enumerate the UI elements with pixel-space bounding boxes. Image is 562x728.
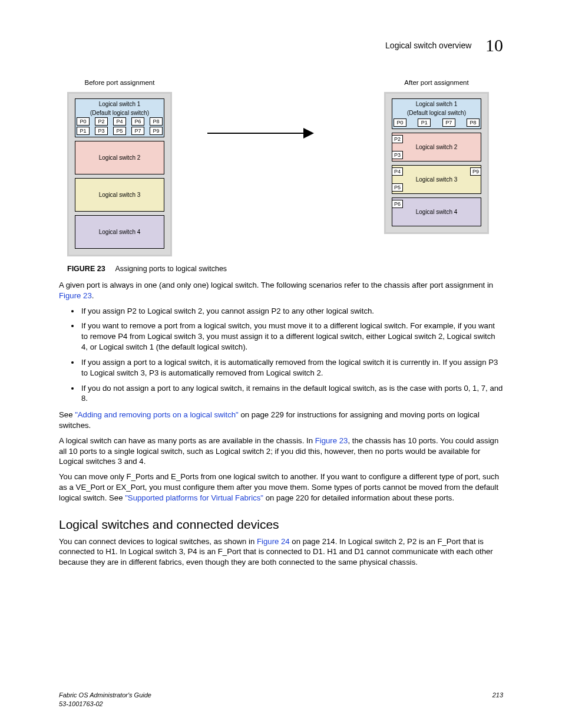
port-p2-a: P2 [392, 135, 403, 143]
port-p3-a: P3 [392, 151, 403, 159]
logical-switch-4-after: P6 Logical switch 4 [392, 197, 481, 226]
footer-doc-number: 53-1001763-02 [59, 700, 151, 708]
sw2-label-a: Logical switch 2 [392, 133, 481, 161]
bullet-4: If you do not assign a port to any logic… [80, 383, 503, 404]
sw1-title-a: Logical switch 1 [75, 99, 164, 108]
section-heading: Logical switches and connected devices [59, 518, 503, 532]
port-p7-a: P7 [442, 118, 455, 127]
figure-caption-label: FIGURE 23 [67, 265, 105, 273]
port-p4-a: P4 [392, 167, 403, 176]
header-title: Logical switch overview [385, 41, 471, 50]
port-p7: P7 [131, 127, 144, 135]
logical-switch-3-after: P4 P5 P9 Logical switch 3 [392, 165, 481, 194]
logical-switch-2-before: Logical switch 2 [75, 141, 164, 174]
paragraph-3: A logical switch can have as many ports … [59, 436, 503, 467]
port-p0: P0 [77, 117, 90, 126]
figure-caption-text: Assigning ports to logical switches [115, 265, 227, 273]
logical-switch-3-before: Logical switch 3 [75, 178, 164, 212]
bullet-list: If you assign P2 to Logical switch 2, yo… [59, 306, 503, 404]
port-p1-a: P1 [418, 118, 431, 127]
after-label: After port assignment [384, 79, 489, 86]
bullet-1: If you assign P2 to Logical switch 2, yo… [80, 306, 503, 317]
port-p9-a: P9 [470, 167, 481, 176]
port-p0-a: P0 [394, 118, 406, 127]
sw4-label: Logical switch 4 [75, 216, 164, 248]
port-p4: P4 [113, 117, 126, 126]
port-p3: P3 [95, 127, 108, 135]
sw3-label-a: Logical switch 3 [392, 166, 481, 193]
logical-switch-1-after: Logical switch 1 (Default logical switch… [392, 98, 481, 129]
paragraph-4: You can move only F_Ports and E_Ports fr… [59, 472, 503, 503]
logical-switch-1-before: Logical switch 1 (Default logical switch… [75, 98, 164, 137]
figure-after-column: After port assignment Logical switch 1 (… [384, 79, 489, 234]
link-figure-24[interactable]: Figure 24 [257, 537, 290, 546]
link-supported-platforms[interactable]: "Supported platforms for Virtual Fabrics… [125, 493, 263, 502]
port-p8: P8 [150, 117, 163, 126]
sw2-label: Logical switch 2 [75, 141, 164, 174]
logical-switch-4-before: Logical switch 4 [75, 215, 164, 249]
sw3-label: Logical switch 3 [75, 179, 164, 211]
port-p6-a: P6 [392, 200, 403, 208]
footer-book-title: Fabric OS Administrator's Guide [59, 691, 151, 699]
port-p8-a: P8 [467, 118, 480, 127]
paragraph-1: A given port is always in one (and only … [59, 280, 503, 301]
figure-before-column: Before port assignment Logical switch 1 … [67, 79, 172, 256]
port-p2: P2 [95, 117, 108, 126]
logical-switch-2-after: P2 P3 Logical switch 2 [392, 133, 481, 162]
sw4-label-a: Logical switch 4 [392, 198, 481, 226]
page: Logical switch overview 10 Before port a… [0, 0, 562, 728]
chassis-after: Logical switch 1 (Default logical switch… [384, 92, 489, 234]
port-p5-a: P5 [392, 183, 403, 192]
port-p9: P9 [150, 127, 163, 135]
port-p6: P6 [131, 117, 144, 126]
link-figure-23[interactable]: Figure 23 [59, 291, 92, 300]
link-figure-23-b[interactable]: Figure 23 [315, 436, 348, 445]
bullet-3: If you assign a port to a logical switch… [80, 357, 503, 378]
sw1-title-b: (Default logical switch) [75, 108, 164, 117]
paragraph-2: See "Adding and removing ports on a logi… [59, 410, 503, 431]
sw1-title-b-after: (Default logical switch) [392, 108, 481, 117]
chassis-before: Logical switch 1 (Default logical switch… [67, 92, 172, 256]
figure-23: Before port assignment Logical switch 1 … [67, 79, 503, 273]
port-p1: P1 [77, 127, 90, 135]
figure-caption: FIGURE 23 Assigning ports to logical swi… [67, 265, 503, 273]
page-footer: Fabric OS Administrator's Guide 53-10017… [59, 691, 503, 708]
running-header: Logical switch overview 10 [59, 35, 503, 55]
bullet-2: If you want to remove a port from a logi… [80, 321, 503, 352]
sw1-title-a-after: Logical switch 1 [392, 99, 481, 108]
paragraph-5: You can connect devices to logical switc… [59, 536, 503, 568]
chapter-number: 10 [485, 35, 503, 55]
before-label: Before port assignment [67, 79, 172, 86]
footer-page-number: 213 [492, 691, 503, 708]
link-adding-removing-ports[interactable]: "Adding and removing ports on a logical … [75, 410, 239, 419]
port-p5: P5 [113, 127, 126, 135]
